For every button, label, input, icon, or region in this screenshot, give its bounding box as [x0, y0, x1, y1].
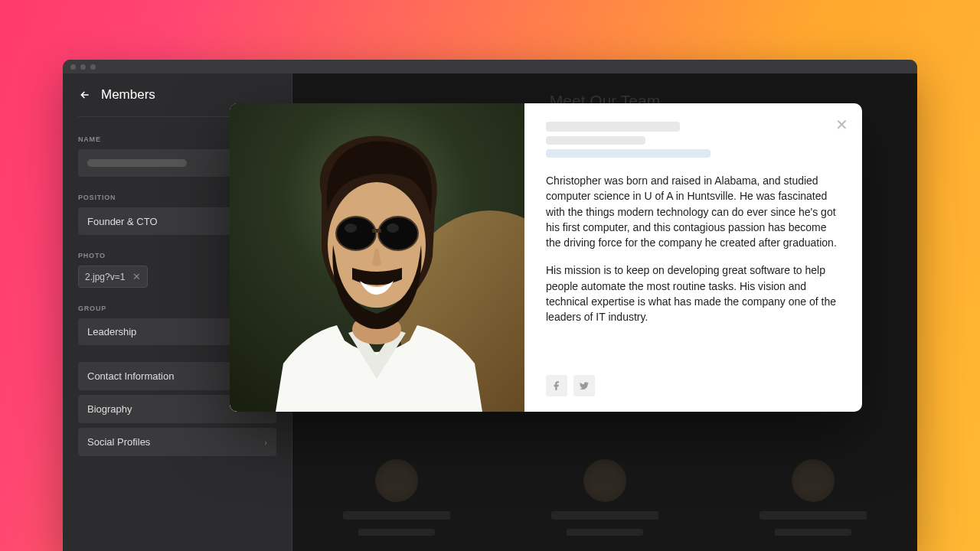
window-dot[interactable]	[80, 64, 86, 70]
svg-point-10	[387, 223, 399, 233]
bio-paragraph-1: Christopher was born and raised in Alaba…	[546, 173, 841, 250]
modal-role-skeleton	[546, 136, 645, 145]
svg-rect-6	[372, 229, 381, 233]
accordion-label: Contact Information	[87, 370, 174, 382]
facebook-icon[interactable]	[546, 375, 567, 396]
member-detail-modal: ✕ Christopher was born and raised in Ala…	[230, 103, 862, 412]
back-arrow-icon[interactable]	[78, 88, 92, 102]
sidebar-title: Members	[101, 87, 155, 103]
remove-photo-icon[interactable]: ✕	[132, 271, 141, 282]
member-photo	[230, 103, 524, 412]
window-dot[interactable]	[90, 64, 96, 70]
window-dot[interactable]	[70, 64, 76, 70]
modal-name-skeleton	[546, 122, 680, 132]
group-value: Leadership	[87, 326, 136, 337]
name-skeleton	[87, 159, 187, 167]
twitter-icon[interactable]	[573, 375, 595, 396]
social-row	[546, 375, 841, 396]
photo-filename: 2.jpg?v=1	[85, 272, 125, 282]
window-titlebar	[63, 60, 917, 73]
chevron-right-icon: ›	[264, 438, 267, 447]
accordion-label: Biography	[87, 403, 132, 415]
close-icon[interactable]: ✕	[835, 116, 848, 134]
bio-paragraph-2: His mission is to keep on developing gre…	[546, 262, 841, 324]
accordion-label: Social Profiles	[87, 436, 150, 448]
svg-point-9	[345, 223, 357, 233]
photo-file-chip[interactable]: 2.jpg?v=1 ✕	[78, 266, 148, 288]
accordion-social-profiles[interactable]: Social Profiles ›	[78, 428, 276, 456]
modal-link-skeleton	[546, 149, 710, 158]
